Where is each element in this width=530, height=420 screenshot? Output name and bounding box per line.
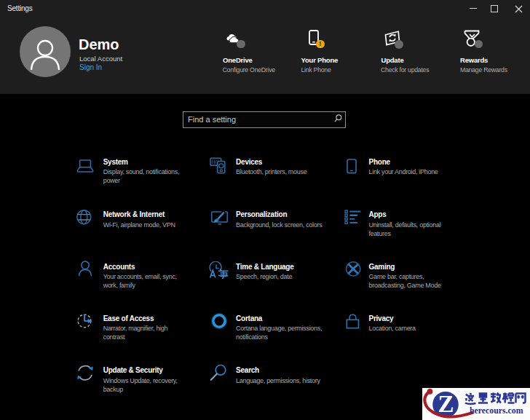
svg-text:Z: Z	[438, 391, 454, 417]
svg-text:herecours.com: herecours.com	[470, 405, 523, 416]
